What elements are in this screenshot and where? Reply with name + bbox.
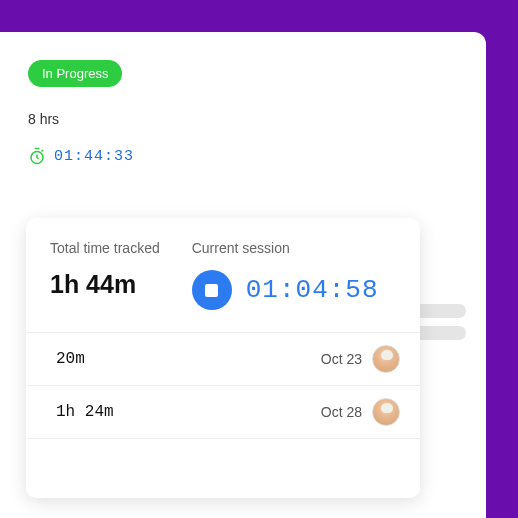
session-time-value: 01:04:58: [246, 275, 379, 305]
status-badge: In Progress: [28, 60, 122, 87]
time-tracker-popover: Total time tracked 1h 44m Current sessio…: [26, 218, 420, 498]
current-session-label: Current session: [192, 240, 379, 256]
session-row[interactable]: 1h 24m Oct 28: [26, 385, 420, 438]
avatar[interactable]: [372, 398, 400, 426]
total-time-col: Total time tracked 1h 44m: [50, 240, 160, 310]
stop-button[interactable]: [192, 270, 232, 310]
session-duration: 20m: [56, 350, 85, 368]
avatar[interactable]: [372, 345, 400, 373]
stop-icon: [205, 284, 218, 297]
popover-footer: [26, 438, 420, 498]
session-date: Oct 28: [321, 404, 362, 420]
current-session-col: Current session 01:04:58: [192, 240, 379, 310]
total-time-label: Total time tracked: [50, 240, 160, 256]
hours-text: 8 hrs: [28, 111, 458, 127]
session-row[interactable]: 20m Oct 23: [26, 332, 420, 385]
session-date: Oct 23: [321, 351, 362, 367]
total-time-value: 1h 44m: [50, 270, 160, 299]
stopwatch-icon: [28, 147, 46, 165]
tracked-time: 01:44:33: [54, 148, 134, 165]
tracker-line: 01:44:33: [28, 147, 458, 165]
session-duration: 1h 24m: [56, 403, 114, 421]
